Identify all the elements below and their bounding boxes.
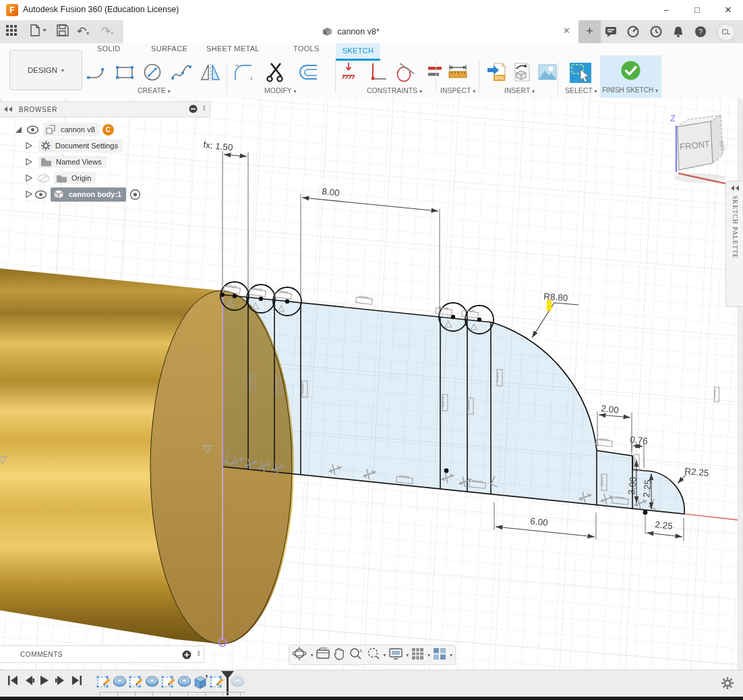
tangent-constraint-icon[interactable]	[394, 61, 419, 85]
grid-snap-icon[interactable]	[411, 647, 425, 663]
browser-row-document-settings[interactable]: Document Settings	[0, 138, 210, 154]
look-at-icon[interactable]	[316, 647, 330, 662]
chevron-down-icon[interactable]: ▾	[450, 652, 452, 658]
undo-icon[interactable]: ↶▾	[77, 24, 89, 38]
chevron-down-icon[interactable]: ▾	[406, 652, 409, 658]
dimension-label[interactable]: R2.25	[684, 466, 709, 478]
coincident-constraint-icon[interactable]	[366, 61, 390, 85]
dimension-label[interactable]: 6.00	[530, 516, 549, 528]
collapse-panel-icon[interactable]	[3, 106, 13, 113]
timeline-revolve1-icon[interactable]	[112, 674, 127, 690]
timeline-settings-gear-icon[interactable]	[720, 676, 735, 693]
add-comment-icon[interactable]	[182, 650, 191, 660]
viewports-icon[interactable]	[433, 647, 447, 663]
expanded-arrow-icon[interactable]	[13, 125, 23, 134]
timeline-step-forward-icon[interactable]	[55, 674, 67, 687]
collapsed-arrow-icon[interactable]	[24, 173, 33, 183]
extensions-icon[interactable]	[627, 26, 639, 38]
fillet-tool-icon[interactable]	[232, 61, 256, 85]
row-pill[interactable]: Document Settings	[38, 139, 123, 152]
chevron-down-icon[interactable]: ▾	[383, 652, 386, 658]
line-tool-icon[interactable]	[86, 61, 110, 85]
tab-tools[interactable]: TOOLS	[293, 45, 320, 58]
panel-grip-icon[interactable]: ‖	[197, 649, 200, 658]
tab-close-icon[interactable]: ✕	[563, 26, 570, 36]
visibility-off-eye-icon[interactable]	[37, 174, 50, 183]
timeline-sketch1-icon[interactable]	[96, 674, 111, 690]
minimize-button[interactable]: –	[653, 0, 680, 20]
collapsed-arrow-icon[interactable]	[24, 157, 33, 167]
browser-row-named-views[interactable]: Named Views	[0, 154, 210, 170]
timeline-extrude-icon[interactable]	[193, 674, 208, 690]
fit-icon[interactable]	[366, 647, 381, 663]
remove-icon[interactable]	[189, 105, 198, 113]
tab-solid[interactable]: SOLID	[97, 45, 121, 58]
close-button[interactable]: ✕	[715, 0, 742, 20]
timeline-step-back-icon[interactable]	[23, 674, 35, 687]
timeline-go-start-icon[interactable]	[7, 674, 19, 687]
timeline-revolve3-icon[interactable]	[177, 674, 192, 690]
finish-check-icon[interactable]	[620, 59, 642, 84]
finish-sketch-label[interactable]: FINISH SKETCH ▾	[602, 86, 658, 94]
data-panel-icon[interactable]	[5, 24, 18, 39]
collapsed-arrow-icon[interactable]	[24, 189, 33, 199]
zoom-icon[interactable]: ±	[349, 647, 363, 663]
tab-surface[interactable]: SURFACE	[151, 45, 187, 58]
document-tab[interactable]: cannon v8* ✕	[123, 20, 578, 43]
timeline-ruler[interactable]	[100, 692, 245, 696]
select-group-label[interactable]: SELECT ▾	[565, 86, 597, 94]
tab-sheet-metal[interactable]: SHEET METAL	[206, 45, 260, 58]
mirror-tool-icon[interactable]	[199, 61, 223, 85]
browser-row-origin[interactable]: Origin	[0, 170, 210, 186]
rectangle-tool-icon[interactable]	[113, 61, 138, 85]
selected-body-pill[interactable]: cannon body:1	[51, 187, 126, 202]
insert-group-label[interactable]: INSERT ▾	[504, 86, 535, 94]
circle-tool-icon[interactable]	[141, 61, 165, 85]
user-avatar[interactable]: CL	[717, 24, 735, 41]
visibility-eye-icon[interactable]	[26, 125, 39, 134]
trim-tool-icon[interactable]	[264, 61, 289, 85]
browser-row-cannon-body[interactable]: cannon body:1	[0, 186, 210, 202]
workspace-selector[interactable]: DESIGN▾	[9, 50, 82, 90]
ground-target-icon[interactable]	[129, 189, 141, 200]
insert-canvas-image-icon[interactable]	[536, 61, 560, 85]
row-pill[interactable]: Named Views	[38, 156, 107, 168]
redo-icon[interactable]: ↷▾	[101, 24, 113, 38]
chevron-down-icon[interactable]: ▾	[427, 652, 430, 658]
history-clock-icon[interactable]	[650, 26, 662, 38]
browser-row-root[interactable]: cannon v8 C	[0, 121, 210, 138]
dimension-label[interactable]: 2.25	[655, 519, 674, 531]
timeline-play-icon[interactable]	[38, 674, 51, 687]
create-group-label[interactable]: CREATE ▾	[138, 86, 171, 94]
display-settings-icon[interactable]	[388, 647, 403, 663]
help-icon[interactable]: ?	[694, 26, 707, 38]
orbit-icon[interactable]	[292, 646, 308, 664]
notifications-bell-icon[interactable]	[672, 26, 684, 38]
maximize-button[interactable]: □	[684, 0, 711, 20]
expand-panel-icon[interactable]	[730, 185, 740, 192]
horizontal-vertical-constraint-icon[interactable]	[339, 61, 363, 85]
dimension-label[interactable]: 2.00	[601, 403, 620, 415]
dimension-label[interactable]: 0.76	[630, 434, 649, 446]
visibility-eye-icon[interactable]	[34, 190, 47, 199]
timeline-go-end-icon[interactable]	[71, 674, 83, 687]
modify-group-label[interactable]: MODIFY ▾	[264, 86, 297, 94]
collapsed-arrow-icon[interactable]	[24, 141, 33, 150]
dimension-label[interactable]: 8.00	[322, 186, 340, 198]
dimension-label[interactable]: R8.80	[543, 291, 568, 303]
insert-decal-icon[interactable]	[510, 61, 535, 85]
pan-hand-icon[interactable]	[332, 647, 346, 663]
root-component-pill[interactable]: cannon v8	[43, 123, 100, 136]
insert-svg-icon[interactable]: SVG	[485, 61, 510, 85]
timeline-sketch3-icon[interactable]	[160, 674, 176, 690]
measure-tool-icon[interactable]	[446, 61, 471, 85]
inspect-group-label[interactable]: INSPECT ▾	[440, 86, 475, 94]
job-status-icon[interactable]	[605, 26, 617, 38]
timeline-revolve2-icon[interactable]	[144, 674, 160, 690]
save-icon[interactable]	[57, 24, 69, 39]
spline-tool-icon[interactable]	[170, 61, 194, 85]
chevron-down-icon[interactable]: ▾	[311, 652, 314, 658]
panel-grip-icon[interactable]: ‖	[202, 104, 206, 112]
row-pill[interactable]: Origin	[54, 172, 96, 184]
timeline-revolve4-suppressed-icon[interactable]	[230, 674, 245, 690]
